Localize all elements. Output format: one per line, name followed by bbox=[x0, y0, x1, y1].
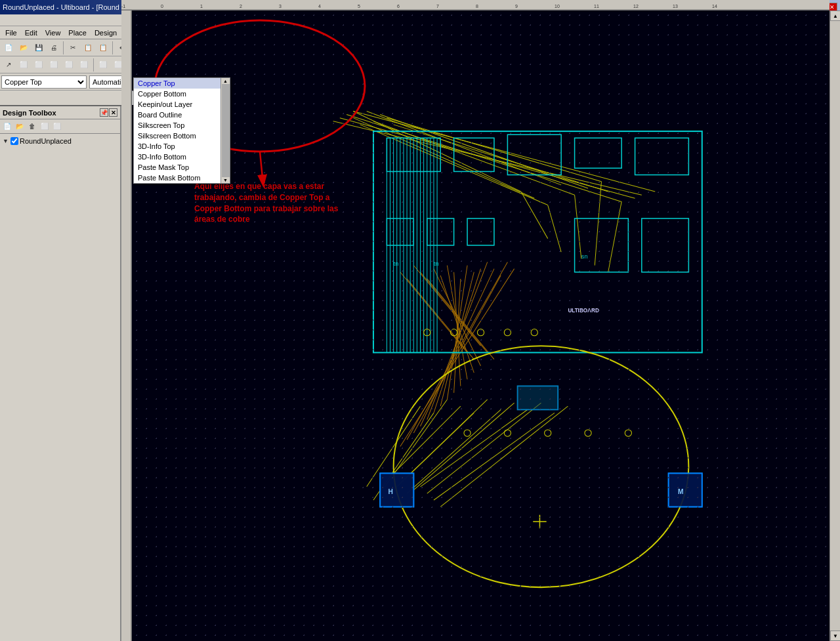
sep6 bbox=[93, 58, 94, 72]
design-toolbox-tree: ▼ RoundUnplaced bbox=[0, 134, 120, 641]
tb2-btn3[interactable]: ⬜ bbox=[32, 58, 46, 72]
tb-paste[interactable]: 📋 bbox=[96, 41, 110, 55]
dropdown-3d-info-top[interactable]: 3D-Info Top bbox=[134, 141, 230, 152]
dropdown-scroll-thumb bbox=[222, 84, 230, 177]
design-toolbox-toolbar: 📄 📂 🗑 ⬜ ⬜ bbox=[0, 119, 120, 134]
scroll-down-button[interactable]: ▼ bbox=[830, 631, 840, 641]
canvas-and-panels: Design Toolbox 📌 ✕ 📄 📂 🗑 ⬜ ⬜ ▼ RoundUnpl… bbox=[0, 106, 840, 641]
menu-file[interactable]: File bbox=[1, 28, 21, 38]
tb-save[interactable]: 💾 bbox=[32, 41, 46, 55]
left-ruler bbox=[121, 106, 132, 641]
dropdown-3d-info-bottom[interactable]: 3D-Info Bottom bbox=[134, 152, 230, 162]
tree-root[interactable]: ▼ RoundUnplaced bbox=[3, 136, 117, 146]
design-toolbox-header: Design Toolbox 📌 ✕ bbox=[0, 106, 120, 119]
panel-close-button[interactable]: ✕ bbox=[109, 108, 117, 117]
tree-label-root: RoundUnplaced bbox=[20, 137, 72, 145]
design-toolbox-title: Design Toolbox bbox=[3, 109, 56, 117]
tb-open[interactable]: 📂 bbox=[16, 41, 31, 55]
tb2-btn6[interactable]: ⬜ bbox=[77, 58, 91, 72]
dropdown-paste-mask-top[interactable]: Paste Mask Top bbox=[134, 162, 230, 173]
dropdown-silkscreen-bottom[interactable]: Silkscreen Bottom bbox=[134, 131, 230, 141]
dt-btn5[interactable]: ⬜ bbox=[51, 121, 63, 133]
tb2-btn7[interactable]: ⬜ bbox=[96, 58, 110, 72]
tb-new[interactable]: 📄 bbox=[1, 41, 16, 55]
left-panel: Design Toolbox 📌 ✕ 📄 📂 🗑 ⬜ ⬜ ▼ RoundUnpl… bbox=[0, 106, 121, 641]
tb-copy[interactable]: 📋 bbox=[81, 41, 95, 55]
tb-print[interactable]: 🖨 bbox=[47, 41, 61, 55]
canvas-wrapper: -1 0 1 2 3 4 5 6 7 8 9 10 11 12 bbox=[121, 106, 840, 641]
dt-btn2[interactable]: 📂 bbox=[14, 121, 26, 133]
canvas-grid bbox=[132, 106, 830, 641]
right-scrollbar: ▲ ▼ bbox=[830, 106, 840, 641]
tb2-btn5[interactable]: ⬜ bbox=[62, 58, 76, 72]
menu-view[interactable]: View bbox=[41, 28, 65, 38]
sep1 bbox=[63, 41, 64, 54]
dropdown-scroll-up[interactable]: ▲ bbox=[223, 79, 228, 83]
layer-dropdown[interactable]: Copper Top Copper Bottom Keepin/out Laye… bbox=[133, 77, 230, 184]
dropdown-silkscreen-top[interactable]: Silkscreen Top bbox=[134, 120, 230, 131]
dt-btn3[interactable]: 🗑 bbox=[26, 121, 38, 133]
menu-design[interactable]: Design bbox=[91, 28, 121, 38]
dropdown-scrollbar[interactable]: ▲ ▼ bbox=[220, 78, 230, 183]
menu-edit[interactable]: Edit bbox=[21, 28, 41, 38]
tree-expand-icon: ▼ bbox=[3, 138, 9, 144]
dt-btn1[interactable]: 📄 bbox=[1, 121, 13, 133]
dropdown-scroll-down[interactable]: ▼ bbox=[223, 178, 228, 182]
dropdown-copper-top[interactable]: Copper Top bbox=[134, 78, 230, 89]
canvas-with-rulers: -1 0 1 2 3 4 5 6 7 8 9 10 11 12 bbox=[121, 106, 840, 641]
dropdown-board-outline[interactable]: Board Outline bbox=[134, 110, 230, 120]
tb2-btn1[interactable]: ↗ bbox=[1, 58, 16, 72]
dropdown-keepin-out[interactable]: Keepin/out Layer bbox=[134, 99, 230, 110]
dropdown-copper-bottom[interactable]: Copper Bottom bbox=[134, 89, 230, 99]
main-layout: ⇄ Round unplaced * ◀ ▶ Design Toolbox 📌 … bbox=[0, 91, 840, 641]
sep2 bbox=[112, 41, 113, 54]
dt-btn4[interactable]: ⬜ bbox=[39, 121, 51, 133]
dropdown-paste-mask-bottom[interactable]: Paste Mask Bottom bbox=[134, 173, 230, 183]
panel-pin-button[interactable]: 📌 bbox=[100, 108, 108, 117]
layer-selector[interactable]: Copper Top Copper Bottom Keepin/out Laye… bbox=[1, 75, 87, 89]
tb2-btn4[interactable]: ⬜ bbox=[47, 58, 61, 72]
scroll-track-vertical[interactable] bbox=[830, 106, 840, 631]
tree-checkbox-root[interactable] bbox=[10, 137, 18, 145]
menu-place[interactable]: Place bbox=[64, 28, 91, 38]
pcb-canvas-area[interactable]: tn tn sn bbox=[132, 106, 830, 641]
tb-cut[interactable]: ✂ bbox=[66, 41, 80, 55]
tb2-btn2[interactable]: ⬜ bbox=[16, 58, 31, 72]
